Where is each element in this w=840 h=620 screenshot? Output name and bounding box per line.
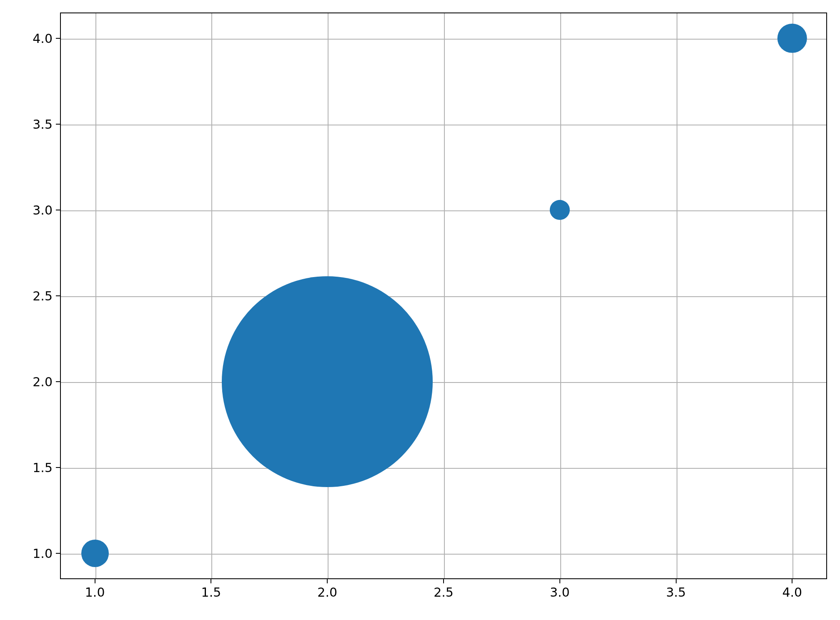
y-tick-mark [56,38,60,39]
grid-line-vertical [560,13,561,578]
grid-line-horizontal [61,39,826,40]
x-tick-label: 3.5 [666,585,686,600]
grid-line-vertical [444,13,445,578]
y-tick-mark [56,553,60,554]
grid-line-horizontal [61,210,826,211]
x-tick-mark [559,579,560,583]
grid-line-vertical [211,13,212,578]
x-tick-mark [676,579,677,583]
x-tick-mark [211,579,211,583]
data-point [222,276,433,487]
x-tick-label: 3.0 [550,585,570,600]
y-tick-label: 1.5 [33,460,53,475]
x-tick-label: 1.0 [85,585,105,600]
y-tick-mark [56,124,60,125]
y-tick-label: 2.5 [33,289,53,303]
grid-line-horizontal [61,554,826,555]
y-tick-label: 3.5 [33,117,53,131]
grid-line-vertical [95,13,96,578]
y-tick-label: 4.0 [33,31,53,45]
x-tick-mark [327,579,328,583]
x-tick-mark [792,579,792,583]
x-tick-mark [443,579,444,583]
y-tick-label: 1.0 [33,546,53,561]
grid-line-horizontal [61,382,826,383]
grid-line-horizontal [61,296,826,297]
x-tick-label: 2.5 [434,585,454,600]
grid-line-vertical [677,13,677,578]
y-tick-mark [56,210,60,210]
x-tick-mark [95,579,95,583]
y-tick-mark [56,381,60,382]
x-tick-label: 2.0 [317,585,337,600]
chart-container: 1.01.52.02.53.03.54.01.01.52.02.53.03.54… [0,0,840,620]
x-tick-label: 1.5 [201,585,221,600]
x-tick-label: 4.0 [782,585,802,600]
y-tick-label: 3.0 [33,202,53,217]
grid-line-horizontal [61,125,826,125]
plot-area [60,12,827,579]
grid-line-vertical [792,13,793,578]
y-tick-label: 2.0 [33,375,53,389]
grid-line-horizontal [61,468,826,469]
y-tick-mark [56,467,60,468]
data-point [81,540,109,567]
y-tick-mark [56,295,60,296]
